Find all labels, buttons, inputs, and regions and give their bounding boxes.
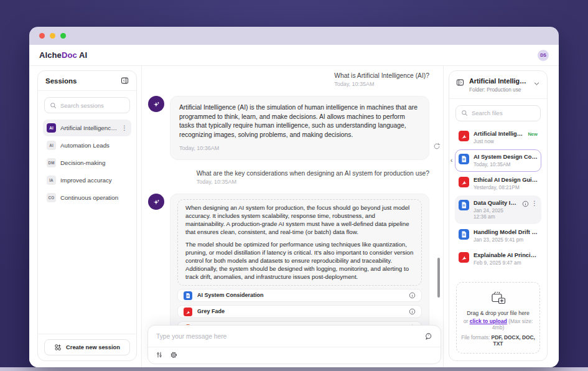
file-item-ethical-ai-guidelines[interactable]: Ethical AI Design Guidelines Yesterday, … <box>455 172 541 195</box>
file-info: AI System Design Consider... Today, 10:3… <box>474 154 538 167</box>
minimize-button[interactable] <box>50 33 55 39</box>
message-input-row <box>148 326 441 347</box>
files-column: Artificial Intelligence Folder: Producti… <box>443 66 559 367</box>
attachment-grey-fade-pdf[interactable]: Grey Fade <box>177 305 422 318</box>
ai-answer-block: When designing an AI system for producti… <box>177 199 422 286</box>
session-item-continuous-operation[interactable]: CO Continuous operation <box>43 189 131 206</box>
logo-part-1: Alche <box>39 50 62 60</box>
file-upload-dropzone[interactable]: Drag & drop your file here or click to u… <box>456 282 540 354</box>
session-item-automation-leads[interactable]: AI Automation Leads <box>43 137 131 154</box>
session-badge: AI <box>47 141 56 150</box>
user-message-text: What are the key considerations when des… <box>197 170 429 177</box>
chevron-left-icon[interactable]: ‹ <box>450 157 452 164</box>
upload-line-2: or click to upload (Max size: 4mb) <box>460 318 536 331</box>
session-list: AI Artificial Intelligence in de... ⋮ AI… <box>38 116 136 334</box>
files-search-input[interactable] <box>472 110 535 116</box>
ai-sparkle-avatar <box>148 96 164 112</box>
search-icon <box>50 102 57 109</box>
kebab-menu-icon[interactable]: ⋮ <box>121 125 128 131</box>
session-badge: IA <box>47 176 56 185</box>
file-item-explainable-ai-principles[interactable]: Explainable AI Principles an... Feb 9, 2… <box>455 248 541 270</box>
chat-thread: What is Artificial Intelligence (AI)? To… <box>142 66 443 367</box>
file-item-artificial-intelligence[interactable]: Artificial Intelligence Just now New <box>455 126 541 149</box>
new-badge: New <box>528 131 538 137</box>
info-icon[interactable] <box>522 200 529 207</box>
file-item-handling-model-drift[interactable]: Handling Model Drift in AI S... Jan 23, … <box>455 225 541 247</box>
session-badge: AI <box>47 123 56 133</box>
file-name: AI System Design Consider... <box>474 154 538 160</box>
session-badge: CO <box>47 193 56 202</box>
chat-scrollbar[interactable] <box>437 258 440 298</box>
file-name: Handling Model Drift in AI S... <box>474 229 538 235</box>
file-time: Just now <box>474 138 523 144</box>
doc-file-icon <box>459 154 469 164</box>
session-item-artificial-intelligence[interactable]: AI Artificial Intelligence in de... ⋮ <box>43 120 131 136</box>
answer-paragraph: When designing an AI system for producti… <box>185 204 414 236</box>
message-timestamp: Today, 10:35AM <box>197 179 429 185</box>
file-time: Feb 9, 2025 9:47 am <box>474 260 538 266</box>
sessions-search-input[interactable] <box>60 102 124 109</box>
file-info: Handling Model Drift in AI S... Jan 23, … <box>474 229 538 243</box>
file-name: Data Quality Impact ... <box>474 200 518 206</box>
file-info: Data Quality Impact ... Jan 24, 2025 12:… <box>474 200 518 220</box>
folder-dropdown-button[interactable] <box>533 80 540 87</box>
attachment-ai-system-consideration[interactable]: AI System Consideration <box>177 289 422 302</box>
settings-button[interactable] <box>170 351 178 359</box>
app-logo: AlcheDoc AI <box>39 50 87 60</box>
file-item-ai-system-design[interactable]: ‹ AI System Design Consider... Today, 10… <box>455 149 541 172</box>
app-content: AlcheDoc AI DS Sessions <box>29 45 559 367</box>
ai-message-text: Artificial Intelligence (AI) is the simu… <box>179 103 420 139</box>
user-message: What are the key considerations when des… <box>148 170 429 186</box>
user-avatar[interactable]: DS <box>538 50 549 61</box>
sliders-icon <box>156 351 163 359</box>
ai-message-bubble: Artificial Intelligence (AI) is the simu… <box>170 96 429 160</box>
files-search[interactable] <box>455 105 541 121</box>
file-name: Explainable AI Principles an... <box>474 252 538 258</box>
sessions-title: Sessions <box>45 77 77 85</box>
message-input[interactable] <box>156 333 419 340</box>
close-button[interactable] <box>39 33 45 39</box>
file-time: Yesterday, 08:21PM <box>474 184 538 190</box>
file-name: Ethical AI Design Guidelines <box>474 177 538 183</box>
info-icon[interactable] <box>409 292 416 299</box>
regenerate-response-button[interactable] <box>433 143 441 150</box>
collapse-sidebar-button[interactable] <box>121 77 129 85</box>
maximize-button[interactable] <box>60 33 66 39</box>
window-titlebar <box>29 27 559 45</box>
session-badge: DM <box>47 158 56 167</box>
user-message-text: What is Artificial Intelligence (AI)? <box>334 72 429 79</box>
new-session-grid-icon <box>54 344 62 351</box>
session-item-improved-accuracy[interactable]: IA Improved accuracy <box>43 172 131 189</box>
expand-panel-button[interactable] <box>456 78 464 87</box>
file-item-data-quality-impact[interactable]: Data Quality Impact ... Jan 24, 2025 12:… <box>455 195 541 224</box>
create-new-session-button[interactable]: Create new session <box>44 339 130 355</box>
file-time: Jan 23, 2025 9:41 pm <box>474 237 538 243</box>
message-timestamp: Today, 10:35AM <box>334 81 429 87</box>
app-body: Sessions <box>29 66 559 367</box>
click-to-upload-link[interactable]: click to upload <box>470 318 507 324</box>
file-info: Explainable AI Principles an... Feb 9, 2… <box>474 252 538 266</box>
folder-title: Artificial Intelligence <box>469 77 528 85</box>
session-label: Decision-making <box>60 159 128 166</box>
upload-files-icon <box>460 290 536 306</box>
logo-part-3: AI <box>77 50 87 60</box>
file-time: Today, 10:35AM <box>474 161 538 167</box>
model-settings-button[interactable] <box>156 351 163 359</box>
pdf-file-icon <box>184 308 192 316</box>
send-button[interactable] <box>424 332 432 340</box>
create-session-label: Create new session <box>66 344 120 350</box>
doc-file-icon <box>459 200 469 210</box>
user-message: What is Artificial Intelligence (AI)? To… <box>148 72 429 88</box>
kebab-menu-icon[interactable]: ⋮ <box>531 200 538 207</box>
refresh-icon <box>433 143 441 150</box>
create-session-row: Create new session <box>38 334 136 360</box>
file-time: Jan 24, 2025 12:36 am <box>474 207 518 220</box>
search-icon <box>461 110 468 116</box>
session-item-decision-making[interactable]: DM Decision-making <box>43 154 131 171</box>
ai-sparkle-avatar <box>148 194 164 210</box>
info-icon[interactable] <box>409 308 416 315</box>
attachment-name: AI System Consideration <box>197 291 404 299</box>
upload-line-3: File formats: PDF, DOCX, DOC, TXT <box>460 334 536 347</box>
sessions-search[interactable] <box>44 97 130 113</box>
file-info: Ethical AI Design Guidelines Yesterday, … <box>474 177 538 190</box>
